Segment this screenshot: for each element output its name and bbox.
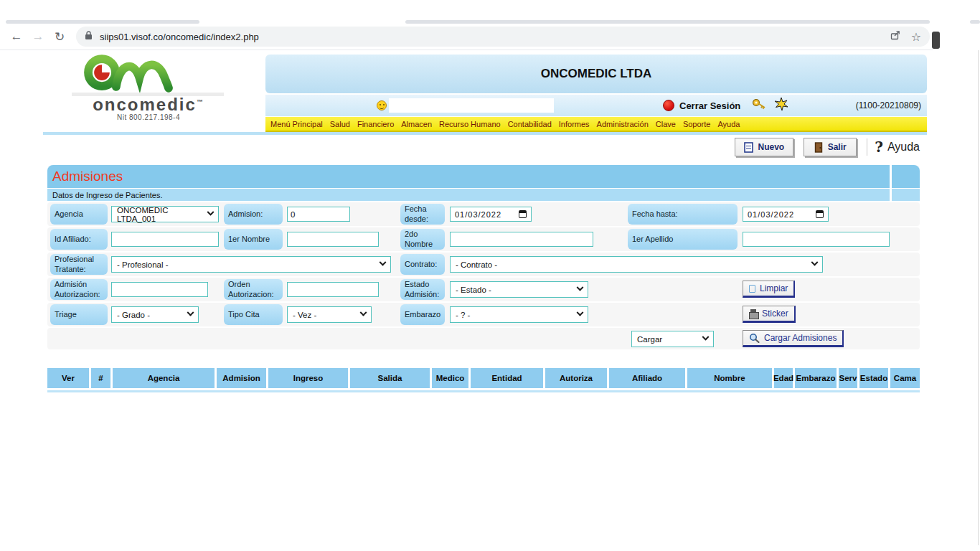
- apellido1-label: 1er Apellido: [628, 229, 738, 250]
- menu-item[interactable]: Soporte: [683, 120, 711, 128]
- profesional-select[interactable]: - Profesional -: [111, 256, 391, 273]
- chevron-down-icon: [187, 309, 194, 316]
- table-column-header[interactable]: Edad: [774, 368, 793, 388]
- agencia-select[interactable]: ONCOMEDIC LTDA_001: [111, 206, 219, 222]
- menu-item[interactable]: Financiero: [357, 120, 394, 128]
- panel-header-gap: [890, 165, 892, 201]
- blue-divider: [43, 132, 927, 135]
- ayuda-button[interactable]: ? Ayuda: [875, 138, 920, 156]
- nuevo-button[interactable]: Nuevo: [735, 138, 794, 156]
- chevron-down-icon: [360, 309, 367, 316]
- key-icon[interactable]: [752, 98, 766, 113]
- embarazo-select[interactable]: - ? -: [450, 306, 588, 323]
- window-edge-line: [978, 50, 979, 545]
- contrato-select[interactable]: - Contrato -: [450, 256, 823, 273]
- menu-item[interactable]: Contabilidad: [508, 120, 552, 128]
- back-icon[interactable]: ←: [6, 29, 27, 44]
- table-column-header[interactable]: Ver: [47, 368, 89, 388]
- nombre1-input[interactable]: [287, 232, 379, 247]
- agencia-label: Agencia: [50, 204, 108, 225]
- reload-icon[interactable]: ↻: [49, 29, 70, 44]
- menu-item[interactable]: Administración: [597, 120, 649, 128]
- cargar-select[interactable]: Cargar: [631, 331, 714, 347]
- magnifier-icon: [749, 333, 760, 343]
- table-column-header[interactable]: Agencia: [113, 368, 215, 388]
- header-band: Cerrar Sesión (1100-20210809): [265, 95, 927, 116]
- table-column-header[interactable]: Admision: [217, 368, 266, 388]
- panel-header: Admisiones: [47, 165, 920, 188]
- nombre2-input[interactable]: [450, 232, 593, 247]
- table-column-header[interactable]: Afiliado: [609, 368, 685, 388]
- chevron-down-icon: [207, 209, 215, 216]
- cerrar-sesion-link[interactable]: Cerrar Sesión: [679, 100, 740, 111]
- table-column-header[interactable]: Ingreso: [268, 368, 348, 388]
- quick-search-input[interactable]: [389, 98, 554, 113]
- calendar-icon[interactable]: [519, 210, 527, 218]
- menu-item[interactable]: Almacen: [401, 120, 432, 128]
- triage-label: Triage: [50, 304, 108, 325]
- table-column-header[interactable]: Serv: [839, 368, 857, 388]
- version-tag: (1100-20210809): [856, 100, 921, 110]
- fecha-hasta-input[interactable]: 01/03/2022: [743, 207, 829, 222]
- form-row-4: Admisión Autorizacion: Orden Autorizacio…: [47, 278, 920, 301]
- fecha-desde-label: Fecha desde:: [400, 204, 445, 225]
- salir-button[interactable]: Salir: [804, 138, 857, 156]
- menu-item[interactable]: Recurso Humano: [439, 120, 501, 128]
- url-text[interactable]: siips01.visof.co/oncomedic/index2.php: [100, 32, 880, 42]
- contrato-label: Contrato:: [400, 254, 445, 275]
- oncomedic-logo: oncomedic™ Nit 800.217.198-4: [52, 53, 245, 122]
- forward-icon[interactable]: →: [27, 29, 49, 44]
- cargar-admisiones-button[interactable]: Cargar Admisiones: [743, 330, 844, 347]
- triage-select[interactable]: - Grado -: [111, 306, 199, 323]
- smiley-icon[interactable]: [377, 100, 387, 110]
- table-column-header[interactable]: #: [91, 368, 110, 388]
- tab-shadow: [970, 20, 980, 24]
- bookmark-star-icon[interactable]: ☆: [911, 30, 921, 44]
- profesional-label: Profesional Tratante:: [50, 254, 108, 275]
- panel-subtitle-bar: Datos de Ingreso de Pacientes.: [47, 189, 920, 201]
- table-body-line: [47, 390, 920, 392]
- admision-input[interactable]: [287, 207, 350, 222]
- table-column-header[interactable]: Embarazo: [795, 368, 837, 388]
- orden-autorizacion-label: Orden Autorizacion:: [224, 279, 283, 300]
- limpiar-button[interactable]: Limpiar: [743, 281, 795, 298]
- embarazo-label: Embarazo: [400, 304, 445, 325]
- apellido1-input[interactable]: [743, 232, 890, 247]
- printer-icon: [749, 309, 758, 318]
- menu-item[interactable]: Ayuda: [717, 120, 740, 128]
- menu-item[interactable]: Salud: [330, 120, 350, 128]
- table-column-header[interactable]: Nombre: [687, 368, 772, 388]
- table-column-header[interactable]: Salida: [350, 368, 430, 388]
- logo-swirl-icon: [77, 53, 220, 93]
- menu-item[interactable]: Menú Principal: [270, 120, 323, 128]
- orden-autorizacion-input[interactable]: [287, 282, 379, 297]
- table-column-header[interactable]: Autoriza: [545, 368, 607, 388]
- form-row-3: Profesional Tratante: - Profesional - Co…: [47, 253, 920, 276]
- menu-item[interactable]: Clave: [656, 120, 676, 128]
- id-afiliado-label: Id Afiliado:: [50, 229, 108, 250]
- fecha-hasta-label: Fecha hasta:: [628, 204, 738, 225]
- page: oncomedic™ Nit 800.217.198-4 ONCOMEDIC L…: [0, 50, 933, 551]
- browser-toolbar: ← → ↻ siips01.visof.co/oncomedic/index2.…: [0, 24, 933, 50]
- table-column-header[interactable]: Medico: [432, 368, 468, 388]
- logo-nit: Nit 800.217.198-4: [52, 113, 245, 121]
- sparkle-icon[interactable]: [775, 98, 788, 113]
- table-column-header[interactable]: Cama: [890, 368, 920, 388]
- estado-admision-select[interactable]: - Estado -: [450, 281, 588, 298]
- admision-autorizacion-input[interactable]: [111, 282, 208, 297]
- panel-subtitle: Datos de Ingreso de Pacientes.: [52, 191, 162, 199]
- form-row-1: Agencia ONCOMEDIC LTDA_001 Admision: Fec…: [47, 202, 920, 226]
- address-bar[interactable]: siips01.visof.co/oncomedic/index2.php ☆: [76, 27, 930, 47]
- sticker-button[interactable]: Sticker: [743, 306, 796, 323]
- page-title: Admisiones: [52, 169, 123, 184]
- share-icon[interactable]: [890, 29, 901, 44]
- tipo-cita-select[interactable]: - Vez -: [287, 306, 372, 323]
- form-row-5: Triage - Grado - Tipo Cita - Vez - Embar…: [47, 303, 920, 326]
- calendar-icon[interactable]: [816, 210, 824, 218]
- lock-icon: [85, 30, 93, 43]
- menu-item[interactable]: Informes: [559, 120, 590, 128]
- table-column-header[interactable]: Entidad: [471, 368, 543, 388]
- id-afiliado-input[interactable]: [111, 232, 219, 247]
- table-column-header[interactable]: Estado: [859, 368, 888, 388]
- fecha-desde-input[interactable]: 01/03/2022: [450, 207, 532, 222]
